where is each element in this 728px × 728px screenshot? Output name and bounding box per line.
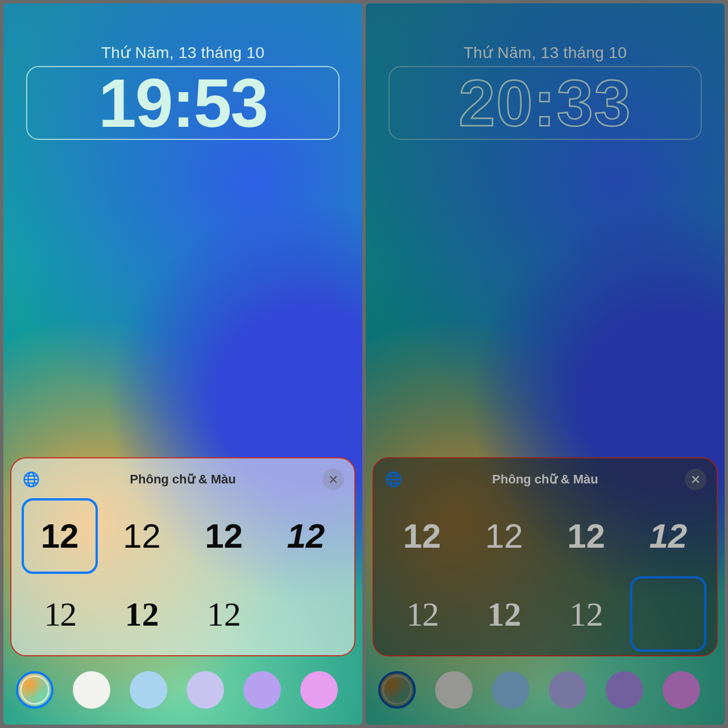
color-swatch-2[interactable] [73,671,110,709]
color-swatch-4[interactable] [549,671,586,709]
font-option-7[interactable]: 12 [186,576,262,652]
color-swatch-6[interactable] [300,671,338,709]
lockscreen-editor-left: Thứ Năm, 13 tháng 10 19:53 Phông chữ & M… [3,3,362,725]
color-swatch-5[interactable] [606,671,643,709]
font-option-8[interactable]: 12 [630,576,706,652]
font-color-sheet: Phông chữ & Màu 12 12 12 12 12 12 12 12 [373,457,718,656]
lockscreen-date: Thứ Năm, 13 tháng 10 [366,43,725,62]
lockscreen-clock-box[interactable]: 19:53 [26,66,340,140]
color-swatch-1[interactable] [16,671,53,709]
color-swatch-3[interactable] [492,671,530,709]
font-option-5[interactable]: 12 [22,576,98,652]
color-swatch-3[interactable] [130,671,167,709]
sheet-title: Phông chữ & Màu [22,472,344,487]
sheet-header: Phông chữ & Màu [22,466,344,493]
close-button[interactable] [685,469,706,490]
color-row [366,664,725,715]
lockscreen-time: 20:33 [458,65,631,140]
font-option-6[interactable]: 12 [466,576,542,652]
font-option-6[interactable]: 12 [104,576,180,652]
font-option-5[interactable]: 12 [384,576,460,652]
color-swatch-2[interactable] [435,671,473,709]
font-option-1[interactable]: 12 [384,498,460,574]
font-option-7[interactable]: 12 [548,576,624,652]
color-swatch-6[interactable] [663,671,700,709]
lockscreen-date: Thứ Năm, 13 tháng 10 [3,43,362,62]
color-swatch-1[interactable] [378,671,416,709]
color-row [3,664,362,715]
font-grid: 12 12 12 12 12 12 12 12 [384,498,706,652]
color-swatch-4[interactable] [187,671,224,709]
sheet-header: Phông chữ & Màu [384,466,706,493]
font-option-3[interactable]: 12 [548,498,624,574]
font-option-2[interactable]: 12 [466,498,542,574]
lockscreen-clock-box[interactable]: 20:33 [388,66,702,140]
font-option-8[interactable]: 12 [268,576,344,652]
lockscreen-time: 19:53 [98,64,267,142]
font-grid: 12 12 12 12 12 12 12 12 [22,498,344,652]
font-option-4[interactable]: 12 [630,498,706,574]
lockscreen-editor-right: Thứ Năm, 13 tháng 10 20:33 Phông chữ & M… [366,3,725,725]
font-option-1[interactable]: 12 [22,498,98,574]
close-button[interactable] [322,469,344,490]
sheet-title: Phông chữ & Màu [384,472,706,487]
color-swatch-5[interactable] [243,671,281,709]
font-color-sheet: Phông chữ & Màu 12 12 12 12 12 12 12 12 [10,457,355,656]
font-option-4[interactable]: 12 [268,498,344,574]
font-option-2[interactable]: 12 [104,498,180,574]
font-option-3[interactable]: 12 [186,498,262,574]
